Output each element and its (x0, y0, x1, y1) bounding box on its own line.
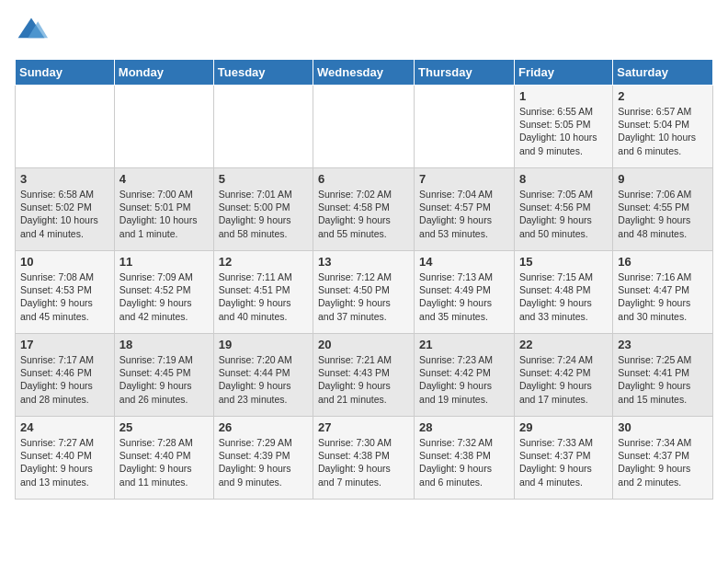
day-info: Sunrise: 7:17 AM Sunset: 4:46 PM Dayligh… (20, 353, 109, 406)
day-number: 8 (519, 172, 608, 186)
calendar-cell: 27Sunrise: 7:30 AM Sunset: 4:38 PM Dayli… (313, 417, 415, 500)
day-number: 21 (419, 338, 509, 351)
day-number: 3 (20, 172, 109, 186)
calendar-cell: 24Sunrise: 7:27 AM Sunset: 4:40 PM Dayli… (16, 417, 115, 500)
day-number: 29 (519, 420, 608, 434)
week-row-2: 3Sunrise: 6:58 AM Sunset: 5:02 PM Daylig… (16, 168, 713, 251)
day-number: 26 (219, 420, 308, 434)
calendar-cell: 5Sunrise: 7:01 AM Sunset: 5:00 PM Daylig… (213, 168, 313, 251)
day-number: 18 (119, 338, 209, 351)
calendar-cell: 22Sunrise: 7:24 AM Sunset: 4:42 PM Dayli… (514, 334, 612, 417)
day-number: 25 (119, 420, 209, 434)
calendar-cell: 30Sunrise: 7:34 AM Sunset: 4:37 PM Dayli… (613, 417, 713, 500)
day-number: 19 (219, 338, 308, 351)
week-row-1: 1Sunrise: 6:55 AM Sunset: 5:05 PM Daylig… (16, 86, 713, 168)
day-header-thursday: Thursday (415, 60, 515, 86)
calendar-cell: 8Sunrise: 7:05 AM Sunset: 4:56 PM Daylig… (514, 168, 612, 251)
calendar-cell (213, 86, 313, 168)
day-header-saturday: Saturday (613, 60, 713, 86)
day-info: Sunrise: 7:32 AM Sunset: 4:38 PM Dayligh… (419, 436, 509, 488)
day-info: Sunrise: 7:08 AM Sunset: 4:53 PM Dayligh… (20, 270, 109, 323)
day-info: Sunrise: 6:55 AM Sunset: 5:05 PM Dayligh… (519, 105, 608, 157)
calendar-cell: 16Sunrise: 7:16 AM Sunset: 4:47 PM Dayli… (613, 251, 713, 334)
day-info: Sunrise: 7:09 AM Sunset: 4:52 PM Dayligh… (119, 270, 209, 323)
day-info: Sunrise: 7:33 AM Sunset: 4:37 PM Dayligh… (519, 436, 608, 488)
day-info: Sunrise: 7:23 AM Sunset: 4:42 PM Dayligh… (419, 353, 509, 406)
calendar-cell (415, 86, 515, 168)
day-header-wednesday: Wednesday (313, 60, 415, 86)
calendar-cell: 3Sunrise: 6:58 AM Sunset: 5:02 PM Daylig… (16, 168, 115, 251)
calendar-cell: 18Sunrise: 7:19 AM Sunset: 4:45 PM Dayli… (114, 334, 213, 417)
day-info: Sunrise: 6:57 AM Sunset: 5:04 PM Dayligh… (618, 105, 708, 157)
day-info: Sunrise: 7:12 AM Sunset: 4:50 PM Dayligh… (318, 270, 409, 323)
calendar-cell: 28Sunrise: 7:32 AM Sunset: 4:38 PM Dayli… (415, 417, 515, 500)
week-row-4: 17Sunrise: 7:17 AM Sunset: 4:46 PM Dayli… (16, 334, 713, 417)
calendar-cell: 14Sunrise: 7:13 AM Sunset: 4:49 PM Dayli… (415, 251, 515, 334)
calendar-cell: 17Sunrise: 7:17 AM Sunset: 4:46 PM Dayli… (16, 334, 115, 417)
day-info: Sunrise: 7:25 AM Sunset: 4:41 PM Dayligh… (618, 353, 708, 406)
day-number: 9 (618, 172, 708, 186)
day-info: Sunrise: 7:13 AM Sunset: 4:49 PM Dayligh… (419, 270, 509, 323)
calendar-cell: 13Sunrise: 7:12 AM Sunset: 4:50 PM Dayli… (313, 251, 415, 334)
calendar-cell: 23Sunrise: 7:25 AM Sunset: 4:41 PM Dayli… (613, 334, 713, 417)
calendar-cell: 10Sunrise: 7:08 AM Sunset: 4:53 PM Dayli… (16, 251, 115, 334)
day-info: Sunrise: 7:06 AM Sunset: 4:55 PM Dayligh… (618, 188, 708, 240)
calendar-cell (313, 86, 415, 168)
calendar-cell: 20Sunrise: 7:21 AM Sunset: 4:43 PM Dayli… (313, 334, 415, 417)
day-info: Sunrise: 7:24 AM Sunset: 4:42 PM Dayligh… (519, 353, 608, 406)
day-number: 6 (318, 172, 409, 186)
day-info: Sunrise: 7:05 AM Sunset: 4:56 PM Dayligh… (519, 188, 608, 240)
calendar-cell: 29Sunrise: 7:33 AM Sunset: 4:37 PM Dayli… (514, 417, 612, 500)
day-number: 12 (219, 255, 308, 269)
week-row-3: 10Sunrise: 7:08 AM Sunset: 4:53 PM Dayli… (16, 251, 713, 334)
calendar-cell: 12Sunrise: 7:11 AM Sunset: 4:51 PM Dayli… (213, 251, 313, 334)
calendar-cell: 21Sunrise: 7:23 AM Sunset: 4:42 PM Dayli… (415, 334, 515, 417)
day-info: Sunrise: 7:11 AM Sunset: 4:51 PM Dayligh… (219, 270, 308, 323)
day-info: Sunrise: 7:28 AM Sunset: 4:40 PM Dayligh… (119, 436, 209, 488)
day-number: 13 (318, 255, 409, 269)
calendar-cell: 11Sunrise: 7:09 AM Sunset: 4:52 PM Dayli… (114, 251, 213, 334)
calendar-cell: 19Sunrise: 7:20 AM Sunset: 4:44 PM Dayli… (213, 334, 313, 417)
calendar-cell (16, 86, 115, 168)
day-number: 15 (519, 255, 608, 269)
day-info: Sunrise: 7:15 AM Sunset: 4:48 PM Dayligh… (519, 270, 608, 323)
day-number: 28 (419, 420, 509, 434)
day-info: Sunrise: 7:01 AM Sunset: 5:00 PM Dayligh… (219, 188, 308, 240)
day-number: 4 (119, 172, 209, 186)
day-number: 14 (419, 255, 509, 269)
day-info: Sunrise: 7:27 AM Sunset: 4:40 PM Dayligh… (20, 436, 109, 488)
calendar-cell: 4Sunrise: 7:00 AM Sunset: 5:01 PM Daylig… (114, 168, 213, 251)
week-row-5: 24Sunrise: 7:27 AM Sunset: 4:40 PM Dayli… (16, 417, 713, 500)
day-info: Sunrise: 6:58 AM Sunset: 5:02 PM Dayligh… (20, 188, 109, 240)
day-header-monday: Monday (114, 60, 213, 86)
day-number: 1 (519, 89, 608, 103)
calendar-header-row: SundayMondayTuesdayWednesdayThursdayFrid… (16, 60, 713, 86)
logo (15, 15, 51, 48)
day-info: Sunrise: 7:34 AM Sunset: 4:37 PM Dayligh… (618, 436, 708, 488)
day-info: Sunrise: 7:02 AM Sunset: 4:58 PM Dayligh… (318, 188, 409, 240)
day-number: 23 (618, 338, 708, 351)
day-number: 22 (519, 338, 608, 351)
calendar-cell: 7Sunrise: 7:04 AM Sunset: 4:57 PM Daylig… (415, 168, 515, 251)
calendar-cell (114, 86, 213, 168)
day-number: 5 (219, 172, 308, 186)
day-info: Sunrise: 7:16 AM Sunset: 4:47 PM Dayligh… (618, 270, 708, 323)
day-info: Sunrise: 7:04 AM Sunset: 4:57 PM Dayligh… (419, 188, 509, 240)
logo-icon (15, 15, 48, 48)
day-info: Sunrise: 7:29 AM Sunset: 4:39 PM Dayligh… (219, 436, 308, 488)
day-info: Sunrise: 7:20 AM Sunset: 4:44 PM Dayligh… (219, 353, 308, 406)
calendar-body: 1Sunrise: 6:55 AM Sunset: 5:05 PM Daylig… (16, 86, 713, 500)
header (15, 15, 713, 48)
day-info: Sunrise: 7:00 AM Sunset: 5:01 PM Dayligh… (119, 188, 209, 240)
day-number: 20 (318, 338, 409, 351)
day-number: 11 (119, 255, 209, 269)
day-info: Sunrise: 7:30 AM Sunset: 4:38 PM Dayligh… (318, 436, 409, 488)
day-header-friday: Friday (514, 60, 612, 86)
day-number: 17 (20, 338, 109, 351)
calendar-cell: 1Sunrise: 6:55 AM Sunset: 5:05 PM Daylig… (514, 86, 612, 168)
calendar-cell: 26Sunrise: 7:29 AM Sunset: 4:39 PM Dayli… (213, 417, 313, 500)
calendar-cell: 25Sunrise: 7:28 AM Sunset: 4:40 PM Dayli… (114, 417, 213, 500)
day-info: Sunrise: 7:21 AM Sunset: 4:43 PM Dayligh… (318, 353, 409, 406)
calendar-cell: 6Sunrise: 7:02 AM Sunset: 4:58 PM Daylig… (313, 168, 415, 251)
day-number: 16 (618, 255, 708, 269)
